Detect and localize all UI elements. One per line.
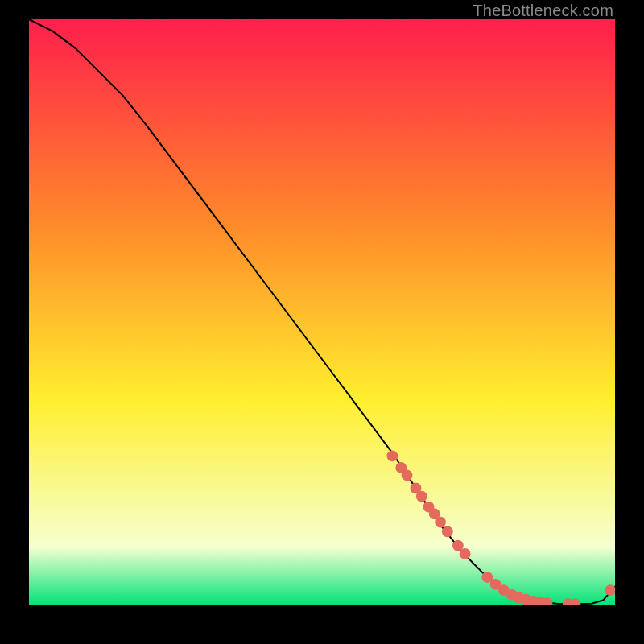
watermark-text: TheBottleneck.com (473, 2, 613, 20)
marker-point (442, 526, 453, 537)
chart-stage: TheBottleneck.com (0, 0, 644, 644)
marker-point (386, 450, 398, 461)
marker-point (460, 548, 471, 559)
marker-point (435, 517, 446, 528)
curve-layer (29, 19, 615, 605)
marker-point (416, 491, 427, 502)
marker-point (402, 469, 413, 481)
marker-point (605, 584, 615, 596)
bottleneck-curve (29, 19, 615, 605)
plot-area (29, 19, 615, 618)
marker-group (386, 450, 615, 605)
